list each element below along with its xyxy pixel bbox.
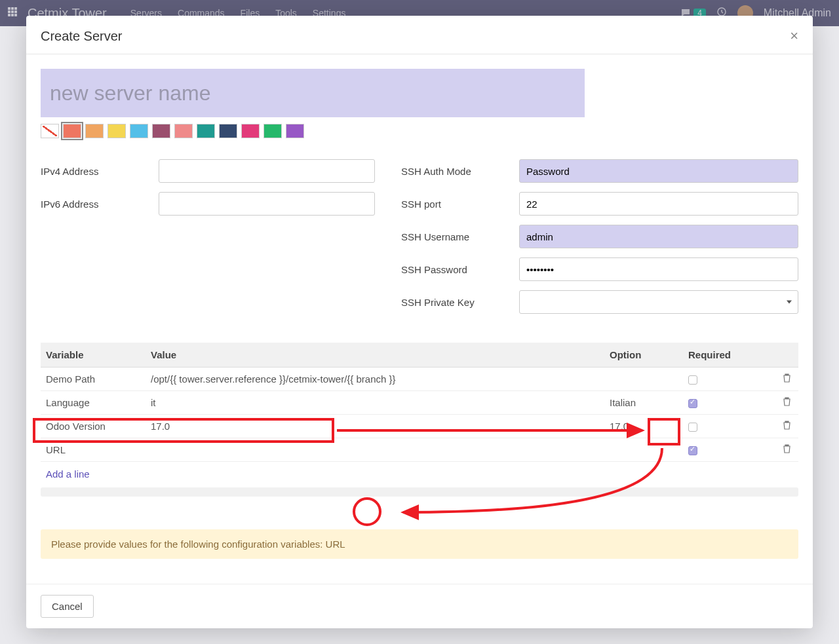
ipv4-label: IPv4 Address <box>41 166 159 177</box>
color-swatch[interactable] <box>286 124 304 138</box>
close-icon[interactable]: × <box>790 28 798 45</box>
svg-rect-3 <box>8 10 10 13</box>
color-swatch[interactable] <box>219 124 237 138</box>
table-row[interactable]: URL <box>41 438 798 462</box>
color-none-swatch[interactable] <box>41 124 59 138</box>
color-swatch[interactable] <box>241 124 260 138</box>
required-checkbox[interactable] <box>688 375 697 385</box>
cell-value[interactable] <box>146 438 604 462</box>
cell-value[interactable]: it <box>146 391 604 415</box>
color-swatch[interactable] <box>197 124 215 138</box>
cell-required[interactable] <box>683 415 775 438</box>
table-row[interactable]: Odoo Version17.017.0 <box>41 415 798 438</box>
col-value-header[interactable]: Value <box>146 343 604 368</box>
cell-option[interactable] <box>604 438 683 462</box>
trash-icon[interactable] <box>783 444 791 455</box>
col-variable-header[interactable]: Variable <box>41 343 146 368</box>
cell-value[interactable]: 17.0 <box>146 415 604 438</box>
ssh-pass-label: SSH Password <box>401 264 519 275</box>
apps-icon[interactable] <box>8 7 17 19</box>
warning-banner: Please provide values for the following … <box>41 529 798 559</box>
ipv4-input[interactable] <box>159 159 375 183</box>
cell-value[interactable]: /opt/{{ tower.server.reference }}/cetmix… <box>146 368 604 391</box>
table-scrollbar[interactable] <box>41 487 798 497</box>
color-swatch[interactable] <box>263 124 282 138</box>
variables-table: Variable Value Option Required Demo Path… <box>41 343 798 462</box>
cell-option[interactable]: Italian <box>604 391 683 415</box>
svg-rect-7 <box>11 14 14 16</box>
ipv6-input[interactable] <box>159 192 375 216</box>
svg-rect-0 <box>8 7 10 10</box>
col-required-header[interactable]: Required <box>683 343 775 368</box>
warning-variable: URL <box>326 539 345 550</box>
svg-rect-8 <box>14 14 17 16</box>
chevron-down-icon[interactable] <box>787 301 792 304</box>
trash-icon[interactable] <box>783 373 791 385</box>
cell-variable[interactable]: Odoo Version <box>41 415 146 438</box>
ssh-user-label: SSH Username <box>401 231 519 242</box>
cell-variable[interactable]: Demo Path <box>41 368 146 391</box>
cell-option[interactable] <box>604 368 683 391</box>
modal-footer: Cancel <box>26 584 813 628</box>
modal-header: Create Server × <box>26 16 813 54</box>
ssh-key-input[interactable] <box>519 290 798 314</box>
svg-rect-2 <box>14 7 17 10</box>
svg-rect-1 <box>11 7 14 10</box>
server-name-input[interactable] <box>41 69 585 117</box>
svg-rect-4 <box>11 10 14 13</box>
trash-icon[interactable] <box>783 421 791 432</box>
ssh-auth-select[interactable]: Password <box>519 159 798 183</box>
ssh-key-label: SSH Private Key <box>401 297 519 308</box>
svg-rect-5 <box>14 10 17 13</box>
cell-variable[interactable]: URL <box>41 438 146 462</box>
color-swatch[interactable] <box>174 124 193 138</box>
cell-required[interactable] <box>683 438 775 462</box>
cell-required[interactable] <box>683 391 775 415</box>
table-row[interactable]: LanguageitItalian <box>41 391 798 415</box>
ipv6-label: IPv6 Address <box>41 199 159 210</box>
ssh-auth-label: SSH Auth Mode <box>401 166 519 177</box>
modal-body: IPv4 Address IPv6 Address SSH Auth Mode … <box>26 54 813 584</box>
add-line-link[interactable]: Add a line <box>41 462 798 486</box>
required-checkbox[interactable] <box>688 446 697 455</box>
create-server-modal: Create Server × IPv4 Address <box>26 16 813 628</box>
color-swatch[interactable] <box>107 124 126 138</box>
trash-icon[interactable] <box>783 397 791 408</box>
cancel-button[interactable]: Cancel <box>41 595 94 618</box>
color-swatch[interactable] <box>152 124 170 138</box>
table-row[interactable]: Demo Path/opt/{{ tower.server.reference … <box>41 368 798 391</box>
warning-text: Please provide values for the following … <box>51 539 326 550</box>
svg-rect-6 <box>8 14 10 16</box>
col-option-header[interactable]: Option <box>604 343 683 368</box>
ssh-port-input[interactable] <box>519 192 798 216</box>
color-swatch[interactable] <box>63 124 81 138</box>
required-checkbox[interactable] <box>688 399 697 408</box>
cell-required[interactable] <box>683 368 775 391</box>
ssh-port-label: SSH port <box>401 199 519 210</box>
color-swatch[interactable] <box>130 124 148 138</box>
cell-variable[interactable]: Language <box>41 391 146 415</box>
color-picker <box>41 124 798 138</box>
ssh-pass-input[interactable] <box>519 257 798 281</box>
color-swatch[interactable] <box>85 124 104 138</box>
cell-option[interactable]: 17.0 <box>604 415 683 438</box>
modal-title: Create Server <box>41 29 123 44</box>
ssh-user-input[interactable] <box>519 225 798 248</box>
required-checkbox[interactable] <box>688 423 697 432</box>
